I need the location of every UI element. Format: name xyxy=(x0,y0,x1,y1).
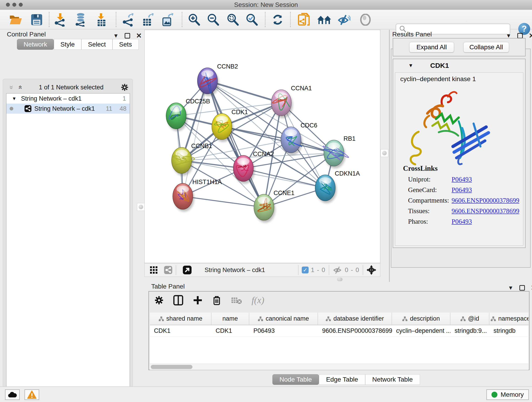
column-header-namespace[interactable]: namespace xyxy=(489,313,529,325)
show-grid-button[interactable] xyxy=(358,13,373,27)
tab-node-table[interactable]: Node Table xyxy=(272,374,319,385)
column-header-description[interactable]: description xyxy=(392,313,450,325)
share-view-icon[interactable] xyxy=(164,266,172,274)
tab-sets[interactable]: Sets xyxy=(113,39,139,50)
import-network-database-button[interactable] xyxy=(73,13,88,27)
column-header-shared-name[interactable]: shared name xyxy=(150,313,211,325)
table-cell[interactable]: 9606.ENSP00000378699 xyxy=(318,325,392,337)
crosslink-link[interactable]: 9606.ENSP00000378699 xyxy=(452,207,519,215)
hidden-eye-icon[interactable] xyxy=(332,266,342,274)
network-row[interactable]: String Network – cdk1 11 48 xyxy=(6,104,130,114)
network-edge[interactable] xyxy=(207,81,264,207)
node-label: CCNA1 xyxy=(291,85,312,92)
tab-style[interactable]: Style xyxy=(54,39,81,50)
gear-icon[interactable] xyxy=(121,83,128,91)
tab-edge-table[interactable]: Edge Table xyxy=(319,374,365,385)
table-cell[interactable]: P06493 xyxy=(249,325,318,337)
network-node-cdkn1a[interactable]: CDKN1A xyxy=(315,170,360,203)
zoom-selected-button[interactable] xyxy=(244,13,259,27)
import-network-file-button[interactable] xyxy=(52,13,68,27)
cloud-status-button[interactable] xyxy=(5,389,20,400)
zoom-in-button[interactable] xyxy=(186,13,202,27)
main-toolbar: ? xyxy=(0,10,532,29)
table-cell[interactable]: CDK1 xyxy=(211,325,249,337)
network-node-ccna2[interactable]: CCNA2 xyxy=(233,151,274,184)
open-session-button[interactable] xyxy=(8,13,23,27)
panel-float-icon[interactable] xyxy=(517,33,523,38)
table-cell[interactable]: stringdb:9... xyxy=(450,325,489,337)
tree-expand-icon[interactable]: ▼ xyxy=(12,96,17,101)
zoom-fit-button[interactable] xyxy=(225,13,240,27)
save-session-button[interactable] xyxy=(29,13,44,27)
column-header-canonical-name[interactable]: canonical name xyxy=(249,313,318,325)
grid-view-icon[interactable] xyxy=(150,266,158,274)
add-column-icon[interactable] xyxy=(193,295,203,305)
column-header-@id[interactable]: @id xyxy=(450,313,489,325)
table-cell[interactable]: stringdb xyxy=(489,325,529,337)
memory-button[interactable]: Memory xyxy=(486,389,529,400)
delete-column-icon[interactable] xyxy=(212,295,221,306)
right-splitter-handle[interactable] xyxy=(380,149,388,157)
crosslink-link[interactable]: P06493 xyxy=(452,186,472,194)
panel-menu-icon[interactable]: ▼ xyxy=(508,285,513,291)
panel-menu-icon[interactable]: ▼ xyxy=(113,32,119,39)
left-splitter-handle[interactable] xyxy=(137,203,145,211)
network-collection-row[interactable]: ▼ String Network – cdk1 1 xyxy=(6,94,130,104)
warning-status-button[interactable] xyxy=(25,389,39,400)
home-pages-button[interactable] xyxy=(317,13,332,27)
panel-close-icon[interactable]: ✕ xyxy=(531,284,532,292)
network-node-rb1[interactable]: RB1 xyxy=(323,135,355,168)
tab-network[interactable]: Network xyxy=(17,39,54,50)
gene-section-header[interactable]: ▼ CDK1 xyxy=(393,59,525,72)
node-table[interactable]: shared namenamecanonical namedatabase id… xyxy=(150,313,529,364)
expand-all-icon[interactable]: » xyxy=(16,85,24,89)
tab-network-table[interactable]: Network Table xyxy=(365,374,420,385)
birdseye-icon[interactable] xyxy=(183,265,192,274)
tab-select[interactable]: Select xyxy=(81,39,113,50)
table-cell[interactable]: cyclin–dependent ... xyxy=(392,325,450,337)
database-icon xyxy=(74,13,87,27)
scrollbar-thumb[interactable] xyxy=(151,365,192,369)
network-node-ccnb2[interactable]: CCNB2 xyxy=(197,63,238,96)
table-cell[interactable]: CDK1 xyxy=(150,325,211,337)
table-h-scrollbar[interactable] xyxy=(150,364,529,370)
columns-icon[interactable] xyxy=(173,295,183,306)
column-header-name[interactable]: name xyxy=(211,313,249,325)
export-network-button[interactable] xyxy=(120,13,136,27)
collapse-all-icon[interactable]: » xyxy=(8,85,16,89)
network-node-cdc6[interactable]: CDC6 xyxy=(281,122,317,155)
network-edge[interactable] xyxy=(183,196,264,207)
panel-close-icon[interactable]: ✕ xyxy=(529,32,532,40)
hide-unhide-button[interactable] xyxy=(336,13,351,27)
bottom-splitter-handle[interactable] xyxy=(337,278,342,281)
delete-table-icon[interactable] xyxy=(231,296,242,304)
network-node-hist1h1a[interactable]: HIST1H1A xyxy=(173,179,222,212)
crosslink-link[interactable]: 9606.ENSP00000378699 xyxy=(452,197,519,204)
crosslink-label: Pharos: xyxy=(408,218,452,225)
table-row[interactable]: CDK1CDK1P064939606.ENSP00000378699cyclin… xyxy=(150,325,529,337)
collapse-all-button[interactable]: Collapse All xyxy=(463,42,509,52)
node-label: CDC25B xyxy=(186,98,210,105)
expand-all-button[interactable]: Expand All xyxy=(409,42,454,52)
crosslink-link[interactable]: P06493 xyxy=(452,218,472,225)
table-gear-icon[interactable] xyxy=(154,296,164,305)
share-clipboard-button[interactable] xyxy=(296,13,311,27)
section-collapse-icon[interactable]: ▼ xyxy=(408,63,413,69)
export-table-button[interactable] xyxy=(140,13,155,27)
panel-close-icon[interactable]: ✕ xyxy=(136,32,142,40)
zoom-out-button[interactable] xyxy=(206,13,221,27)
column-header-database-identifier[interactable]: database identifier xyxy=(318,313,392,325)
panel-float-icon[interactable] xyxy=(125,33,130,38)
crosslink-link[interactable]: P06493 xyxy=(452,176,472,183)
selected-checkbox-icon[interactable]: ✓ xyxy=(302,267,309,274)
export-image-button[interactable] xyxy=(160,13,175,27)
import-table-button[interactable] xyxy=(94,13,109,27)
crosshair-icon[interactable] xyxy=(366,265,376,275)
network-graph[interactable]: CCNB2CCNA1CDC25BCDK1CDC6RB1CCNB1CCNA2CDK… xyxy=(145,30,380,263)
refresh-button[interactable] xyxy=(270,13,285,27)
crosslink-row: Tissues:9606.ENSP00000378699 xyxy=(403,207,519,215)
network-canvas[interactable]: CCNB2CCNA1CDC25BCDK1CDC6RB1CCNB1CCNA2CDK… xyxy=(144,30,380,263)
panel-float-icon[interactable] xyxy=(519,285,525,291)
network-node-ccne1[interactable]: CCNE1 xyxy=(254,190,294,223)
function-builder-icon[interactable]: f(x) xyxy=(252,295,264,306)
